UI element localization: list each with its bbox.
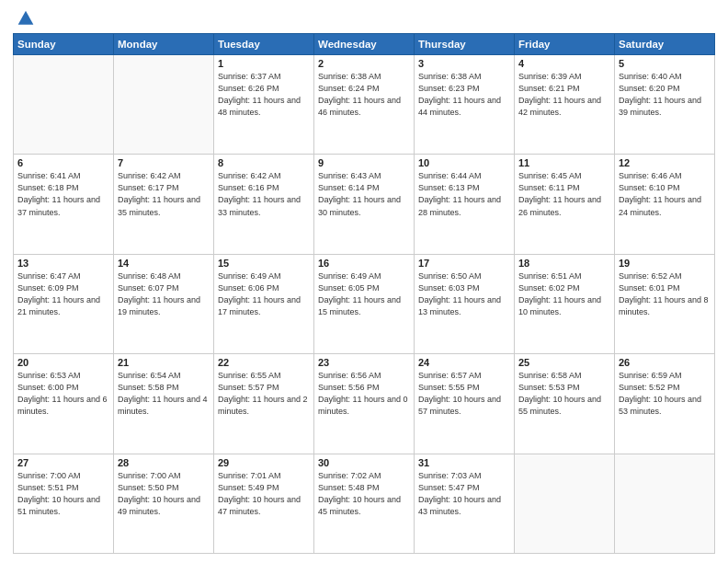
- calendar-cell: 20Sunrise: 6:53 AM Sunset: 6:00 PM Dayli…: [14, 354, 114, 454]
- page: SundayMondayTuesdayWednesdayThursdayFrid…: [0, 0, 728, 563]
- day-number: 18: [518, 258, 610, 269]
- day-info: Sunrise: 6:53 AM Sunset: 6:00 PM Dayligh…: [17, 370, 109, 418]
- calendar-cell: 22Sunrise: 6:55 AM Sunset: 5:57 PM Dayli…: [214, 354, 314, 454]
- day-number: 7: [118, 157, 210, 168]
- day-info: Sunrise: 6:56 AM Sunset: 5:56 PM Dayligh…: [318, 370, 410, 418]
- day-header-monday: Monday: [114, 34, 214, 55]
- day-info: Sunrise: 6:57 AM Sunset: 5:55 PM Dayligh…: [418, 370, 510, 418]
- day-info: Sunrise: 6:38 AM Sunset: 6:24 PM Dayligh…: [318, 71, 410, 119]
- day-number: 11: [518, 157, 610, 168]
- calendar-cell: 21Sunrise: 6:54 AM Sunset: 5:58 PM Dayli…: [114, 354, 214, 454]
- day-number: 16: [318, 258, 410, 269]
- day-info: Sunrise: 6:54 AM Sunset: 5:58 PM Dayligh…: [118, 370, 210, 418]
- day-header-thursday: Thursday: [415, 34, 515, 55]
- day-info: Sunrise: 7:00 AM Sunset: 5:50 PM Dayligh…: [118, 470, 210, 518]
- day-info: Sunrise: 6:49 AM Sunset: 6:06 PM Dayligh…: [218, 270, 310, 318]
- calendar-cell: [515, 454, 615, 553]
- calendar-cell: 28Sunrise: 7:00 AM Sunset: 5:50 PM Dayli…: [114, 454, 214, 553]
- calendar-cell: 11Sunrise: 6:45 AM Sunset: 6:11 PM Dayli…: [515, 155, 615, 254]
- day-info: Sunrise: 7:03 AM Sunset: 5:47 PM Dayligh…: [418, 470, 510, 518]
- day-info: Sunrise: 6:59 AM Sunset: 5:52 PM Dayligh…: [619, 370, 711, 418]
- calendar-cell: 8Sunrise: 6:42 AM Sunset: 6:16 PM Daylig…: [214, 155, 314, 254]
- day-number: 13: [17, 258, 109, 269]
- logo: [13, 9, 35, 28]
- day-number: 21: [118, 357, 210, 368]
- calendar-cell: 31Sunrise: 7:03 AM Sunset: 5:47 PM Dayli…: [415, 454, 515, 553]
- week-row-5: 27Sunrise: 7:00 AM Sunset: 5:51 PM Dayli…: [14, 454, 715, 553]
- day-number: 12: [619, 157, 711, 168]
- calendar-cell: 4Sunrise: 6:39 AM Sunset: 6:21 PM Daylig…: [515, 55, 615, 155]
- header-row: SundayMondayTuesdayWednesdayThursdayFrid…: [14, 34, 715, 55]
- calendar-cell: 12Sunrise: 6:46 AM Sunset: 6:10 PM Dayli…: [615, 155, 715, 254]
- day-info: Sunrise: 6:49 AM Sunset: 6:05 PM Dayligh…: [318, 270, 410, 318]
- day-number: 1: [218, 58, 310, 69]
- day-info: Sunrise: 7:02 AM Sunset: 5:48 PM Dayligh…: [318, 470, 410, 518]
- calendar-cell: 29Sunrise: 7:01 AM Sunset: 5:49 PM Dayli…: [214, 454, 314, 553]
- calendar-cell: 15Sunrise: 6:49 AM Sunset: 6:06 PM Dayli…: [214, 254, 314, 353]
- day-info: Sunrise: 6:58 AM Sunset: 5:53 PM Dayligh…: [518, 370, 610, 418]
- day-number: 27: [17, 457, 109, 468]
- day-number: 15: [218, 258, 310, 269]
- week-row-1: 1Sunrise: 6:37 AM Sunset: 6:26 PM Daylig…: [14, 55, 715, 155]
- day-header-wednesday: Wednesday: [314, 34, 415, 55]
- calendar-cell: 13Sunrise: 6:47 AM Sunset: 6:09 PM Dayli…: [14, 254, 114, 353]
- day-info: Sunrise: 7:01 AM Sunset: 5:49 PM Dayligh…: [218, 470, 310, 518]
- day-number: 26: [619, 357, 711, 368]
- calendar-cell: [615, 454, 715, 553]
- day-info: Sunrise: 6:50 AM Sunset: 6:03 PM Dayligh…: [418, 270, 510, 318]
- day-header-friday: Friday: [515, 34, 615, 55]
- calendar-cell: 17Sunrise: 6:50 AM Sunset: 6:03 PM Dayli…: [415, 254, 515, 353]
- week-row-2: 6Sunrise: 6:41 AM Sunset: 6:18 PM Daylig…: [14, 155, 715, 254]
- calendar-cell: 26Sunrise: 6:59 AM Sunset: 5:52 PM Dayli…: [615, 354, 715, 454]
- day-number: 22: [218, 357, 310, 368]
- day-info: Sunrise: 6:42 AM Sunset: 6:16 PM Dayligh…: [218, 170, 310, 218]
- day-info: Sunrise: 6:52 AM Sunset: 6:01 PM Dayligh…: [619, 270, 711, 318]
- calendar-cell: 30Sunrise: 7:02 AM Sunset: 5:48 PM Dayli…: [314, 454, 415, 553]
- header: [13, 9, 715, 28]
- calendar-cell: 2Sunrise: 6:38 AM Sunset: 6:24 PM Daylig…: [314, 55, 415, 155]
- day-info: Sunrise: 6:44 AM Sunset: 6:13 PM Dayligh…: [418, 170, 510, 218]
- day-number: 10: [418, 157, 510, 168]
- day-info: Sunrise: 6:42 AM Sunset: 6:17 PM Dayligh…: [118, 170, 210, 218]
- day-info: Sunrise: 6:40 AM Sunset: 6:20 PM Dayligh…: [619, 71, 711, 119]
- day-info: Sunrise: 6:39 AM Sunset: 6:21 PM Dayligh…: [518, 71, 610, 119]
- day-number: 4: [518, 58, 610, 69]
- day-number: 24: [418, 357, 510, 368]
- calendar-table: SundayMondayTuesdayWednesdayThursdayFrid…: [13, 33, 715, 554]
- day-info: Sunrise: 6:47 AM Sunset: 6:09 PM Dayligh…: [17, 270, 109, 318]
- day-number: 23: [318, 357, 410, 368]
- day-info: Sunrise: 7:00 AM Sunset: 5:51 PM Dayligh…: [17, 470, 109, 518]
- day-number: 30: [318, 457, 410, 468]
- week-row-3: 13Sunrise: 6:47 AM Sunset: 6:09 PM Dayli…: [14, 254, 715, 353]
- day-number: 17: [418, 258, 510, 269]
- day-info: Sunrise: 6:37 AM Sunset: 6:26 PM Dayligh…: [218, 71, 310, 119]
- day-info: Sunrise: 6:38 AM Sunset: 6:23 PM Dayligh…: [418, 71, 510, 119]
- calendar-cell: 5Sunrise: 6:40 AM Sunset: 6:20 PM Daylig…: [615, 55, 715, 155]
- day-number: 8: [218, 157, 310, 168]
- day-number: 3: [418, 58, 510, 69]
- calendar-cell: 1Sunrise: 6:37 AM Sunset: 6:26 PM Daylig…: [214, 55, 314, 155]
- calendar-cell: 27Sunrise: 7:00 AM Sunset: 5:51 PM Dayli…: [14, 454, 114, 553]
- day-number: 29: [218, 457, 310, 468]
- calendar-cell: 7Sunrise: 6:42 AM Sunset: 6:17 PM Daylig…: [114, 155, 214, 254]
- day-header-sunday: Sunday: [14, 34, 114, 55]
- day-number: 25: [518, 357, 610, 368]
- day-header-saturday: Saturday: [615, 34, 715, 55]
- day-number: 2: [318, 58, 410, 69]
- calendar-cell: 9Sunrise: 6:43 AM Sunset: 6:14 PM Daylig…: [314, 155, 415, 254]
- svg-marker-0: [18, 11, 34, 25]
- calendar-cell: 16Sunrise: 6:49 AM Sunset: 6:05 PM Dayli…: [314, 254, 415, 353]
- calendar-cell: 25Sunrise: 6:58 AM Sunset: 5:53 PM Dayli…: [515, 354, 615, 454]
- calendar-cell: [114, 55, 214, 155]
- day-number: 19: [619, 258, 711, 269]
- calendar-cell: 3Sunrise: 6:38 AM Sunset: 6:23 PM Daylig…: [415, 55, 515, 155]
- day-number: 9: [318, 157, 410, 168]
- calendar-cell: 23Sunrise: 6:56 AM Sunset: 5:56 PM Dayli…: [314, 354, 415, 454]
- day-number: 6: [17, 157, 109, 168]
- calendar-cell: 18Sunrise: 6:51 AM Sunset: 6:02 PM Dayli…: [515, 254, 615, 353]
- calendar-cell: 10Sunrise: 6:44 AM Sunset: 6:13 PM Dayli…: [415, 155, 515, 254]
- day-info: Sunrise: 6:51 AM Sunset: 6:02 PM Dayligh…: [518, 270, 610, 318]
- day-info: Sunrise: 6:48 AM Sunset: 6:07 PM Dayligh…: [118, 270, 210, 318]
- week-row-4: 20Sunrise: 6:53 AM Sunset: 6:00 PM Dayli…: [14, 354, 715, 454]
- day-header-tuesday: Tuesday: [214, 34, 314, 55]
